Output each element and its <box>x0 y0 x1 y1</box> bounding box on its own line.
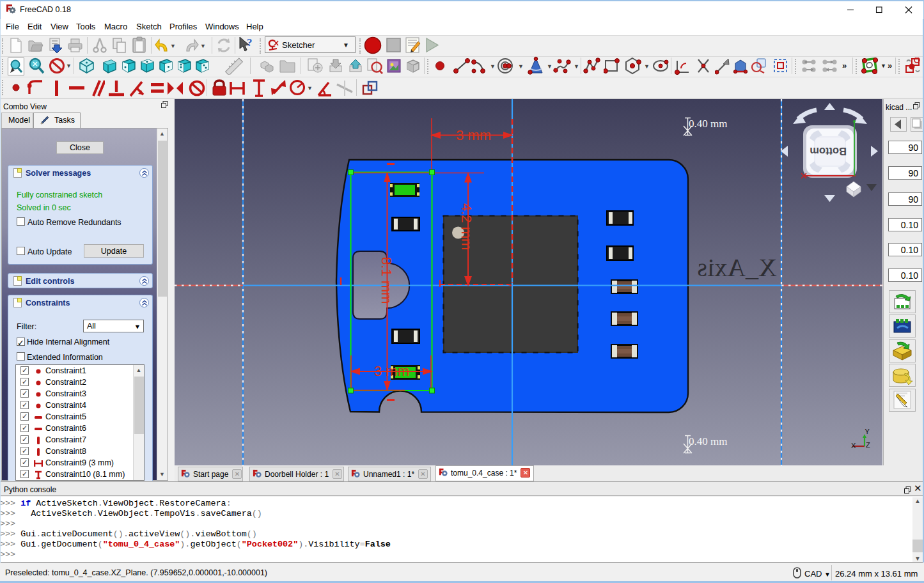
svg-text:X: X <box>851 442 856 449</box>
svg-text:8.1 mm: 8.1 mm <box>379 257 395 304</box>
svg-text:X_Axis: X_Axis <box>698 253 777 282</box>
svg-text:Z: Z <box>866 441 870 449</box>
svg-text:3 mm: 3 mm <box>374 363 409 379</box>
svg-text:Y: Y <box>865 428 870 435</box>
svg-text:0.40 mm: 0.40 mm <box>689 435 727 447</box>
svg-text:0.40 mm: 0.40 mm <box>689 118 727 130</box>
svg-text:?: ? <box>247 36 253 49</box>
svg-text:3 mm: 3 mm <box>456 127 491 143</box>
svg-text:4.2 mm: 4.2 mm <box>458 203 474 250</box>
svg-text:Bottom: Bottom <box>810 146 847 157</box>
